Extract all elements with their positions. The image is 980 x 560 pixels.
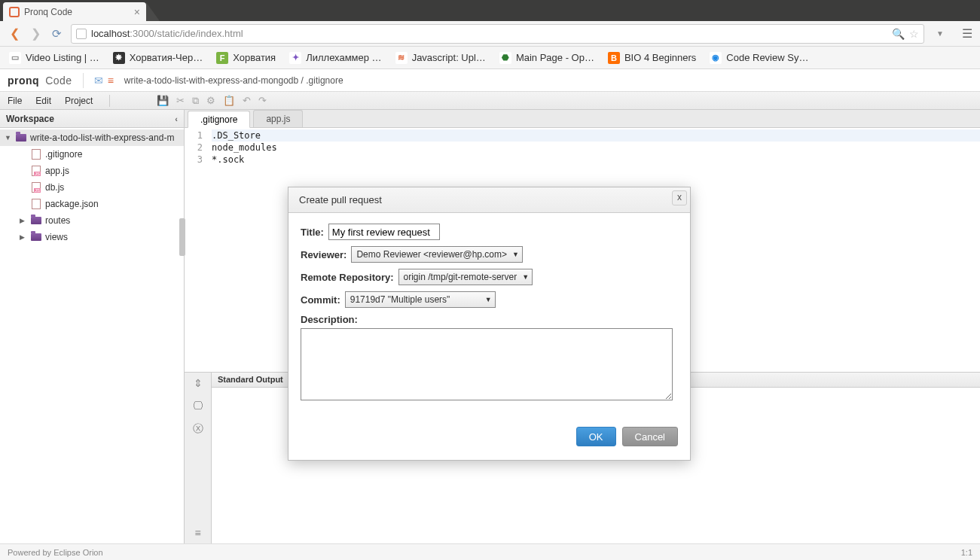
bookmark-icon: ✦ bbox=[289, 52, 301, 64]
url-dropdown-icon[interactable]: ▼ bbox=[936, 29, 944, 38]
back-button[interactable]: ❮ bbox=[8, 26, 21, 41]
list-icon[interactable]: ≡ bbox=[108, 75, 114, 87]
editor-tab[interactable]: .gitignore bbox=[188, 111, 250, 128]
create-pull-request-dialog: Create pull request x Title: Reviewer: D… bbox=[288, 187, 691, 461]
bookmark-icon: F bbox=[216, 52, 228, 64]
bookmark-icon: ⬣ bbox=[499, 52, 511, 64]
line-gutter: 123 bbox=[185, 128, 209, 372]
tree-item[interactable]: ▶views bbox=[0, 229, 184, 245]
tree-item[interactable]: package.json bbox=[0, 196, 184, 212]
sidebar: Workspace ‹ ▼write-a-todo-list-with-expr… bbox=[0, 110, 185, 543]
file-icon bbox=[32, 149, 41, 160]
reload-button[interactable]: ⟳ bbox=[50, 27, 63, 41]
tree-item[interactable]: ▶routes bbox=[0, 212, 184, 229]
monitor-icon[interactable]: 🖵 bbox=[193, 400, 203, 412]
browser-tab-active[interactable]: Pronq Code × bbox=[3, 2, 146, 21]
undo-icon[interactable]: ↶ bbox=[243, 95, 251, 106]
sidebar-scrollbar[interactable] bbox=[179, 218, 185, 256]
bookmark-item[interactable]: ◉Code Review Sy… bbox=[707, 50, 811, 66]
editor-tabs: .gitignoreapp.js bbox=[185, 110, 980, 128]
bookmark-item[interactable]: ✸Хорватия-Чер… bbox=[110, 50, 206, 66]
nav-bar: ❮ ❯ ⟳ localhost:3000/static/ide/index.ht… bbox=[0, 21, 980, 47]
bookmark-star-icon[interactable]: ☆ bbox=[909, 28, 919, 40]
browser-chrome: Pronq Code × ❮ ❯ ⟳ localhost:3000/static… bbox=[0, 0, 980, 69]
repo-select[interactable]: origin /tmp/git-remote-server bbox=[398, 269, 533, 285]
clipboard-icon[interactable]: 📋 bbox=[223, 95, 235, 106]
tree-item[interactable]: .gitignore bbox=[0, 146, 184, 163]
redo-icon[interactable]: ↷ bbox=[258, 95, 267, 106]
title-label: Title: bbox=[301, 227, 324, 238]
copy-icon[interactable]: ⧉ bbox=[192, 95, 199, 107]
bookmark-item[interactable]: ≋Javascript: Upl… bbox=[392, 50, 489, 66]
forward-button[interactable]: ❯ bbox=[29, 26, 42, 41]
tree-item[interactable]: db.js bbox=[0, 179, 184, 196]
hamburger-menu-icon[interactable]: ☰ bbox=[962, 26, 972, 41]
footer-left: Powered by Eclipse Orion bbox=[8, 548, 103, 557]
ok-button[interactable]: OK bbox=[576, 427, 616, 446]
url-bar[interactable]: localhost:3000/static/ide/index.html 🔍 ☆ bbox=[71, 24, 924, 44]
title-input[interactable] bbox=[328, 224, 440, 240]
description-textarea[interactable] bbox=[301, 328, 673, 400]
bookmark-icon: ≋ bbox=[395, 52, 408, 64]
tree-twisty-icon[interactable]: ▶ bbox=[20, 217, 27, 224]
svg-rect-0 bbox=[10, 8, 19, 17]
mail-icon[interactable]: ✉ bbox=[94, 75, 103, 87]
menu-file[interactable]: File bbox=[8, 96, 22, 106]
expand-vertical-icon[interactable]: ⇕ bbox=[194, 377, 203, 389]
bookmarks-bar: ▭Video Listing | …✸Хорватия-Чер…FХорвати… bbox=[0, 47, 980, 69]
cut-icon[interactable]: ✂ bbox=[176, 95, 185, 106]
favicon-icon bbox=[9, 7, 20, 17]
footer: Powered by Eclipse Orion 1:1 bbox=[0, 543, 980, 560]
clear-output-icon[interactable]: ⓧ bbox=[193, 422, 203, 436]
dialog-titlebar[interactable]: Create pull request x bbox=[289, 187, 690, 213]
browser-tab-title: Pronq Code bbox=[24, 7, 72, 17]
folder-icon bbox=[16, 134, 26, 142]
bookmark-item[interactable]: ⬣Main Page - Op… bbox=[496, 50, 597, 66]
bookmark-item[interactable]: ▭Video Listing | … bbox=[6, 50, 102, 66]
app-header: pronq Code ✉ ≡ write-a-todo-list-with-ex… bbox=[0, 69, 980, 92]
file-tree: ▼write-a-todo-list-with-express-and-m.gi… bbox=[0, 128, 184, 543]
output-toolbar: ⇕ 🖵 ⓧ ≡ bbox=[185, 373, 212, 543]
tree-item[interactable]: ▼write-a-todo-list-with-express-and-m bbox=[0, 129, 184, 146]
settings-gear-icon[interactable]: ⚙ bbox=[206, 95, 215, 106]
tree-twisty-icon[interactable]: ▶ bbox=[20, 233, 27, 241]
dialog-title-text: Create pull request bbox=[299, 194, 382, 205]
url-path: :3000/static/ide/index.html bbox=[130, 28, 243, 39]
commit-select[interactable]: 91719d7 "Multiple users" bbox=[345, 291, 496, 308]
editor-tab[interactable]: app.js bbox=[253, 110, 303, 127]
tree-item[interactable]: app.js bbox=[0, 163, 184, 179]
tree-twisty-icon[interactable]: ▼ bbox=[5, 134, 12, 142]
folder-icon bbox=[31, 233, 41, 241]
app-logo[interactable]: pronq Code bbox=[8, 75, 72, 87]
commit-label: Commit: bbox=[301, 294, 340, 306]
file-icon bbox=[32, 182, 41, 193]
cancel-button[interactable]: Cancel bbox=[622, 427, 678, 446]
new-tab-button[interactable] bbox=[146, 2, 160, 21]
breadcrumb[interactable]: write-a-todo-list-with-express-and-mongo… bbox=[124, 75, 343, 86]
search-icon[interactable]: 🔍 bbox=[892, 28, 905, 40]
sidebar-header: Workspace ‹ bbox=[0, 110, 184, 128]
bookmark-item[interactable]: ✦Лиллехаммер … bbox=[286, 50, 384, 66]
url-host: localhost bbox=[91, 28, 130, 39]
reviewer-label: Reviewer: bbox=[301, 249, 347, 260]
repo-label: Remote Repository: bbox=[301, 272, 394, 283]
bookmark-icon: ◉ bbox=[710, 52, 722, 64]
bookmark-item[interactable]: FХорватия bbox=[213, 50, 279, 66]
folder-icon bbox=[31, 217, 41, 224]
bookmark-icon: B bbox=[608, 52, 620, 64]
bookmark-icon: ▭ bbox=[9, 52, 21, 64]
bookmark-item[interactable]: BBIO 4 Beginners bbox=[605, 50, 699, 66]
menubar: FileEditProject 💾 ✂ ⧉ ⚙ 📋 ↶ ↷ bbox=[0, 92, 980, 110]
more-output-icon[interactable]: ≡ bbox=[194, 527, 200, 539]
menu-project[interactable]: Project bbox=[65, 96, 93, 106]
save-icon[interactable]: 💾 bbox=[157, 95, 169, 106]
menu-edit[interactable]: Edit bbox=[35, 96, 51, 106]
cursor-position: 1:1 bbox=[961, 548, 972, 557]
bookmark-icon: ✸ bbox=[113, 52, 125, 64]
collapse-sidebar-icon[interactable]: ‹ bbox=[175, 114, 178, 123]
site-info-icon[interactable] bbox=[76, 29, 87, 39]
dialog-close-button[interactable]: x bbox=[672, 190, 687, 205]
sidebar-title: Workspace bbox=[6, 114, 54, 124]
reviewer-select[interactable]: Demo Reviewer <reviewer@hp.com> bbox=[351, 246, 523, 263]
close-tab-icon[interactable]: × bbox=[134, 6, 140, 18]
